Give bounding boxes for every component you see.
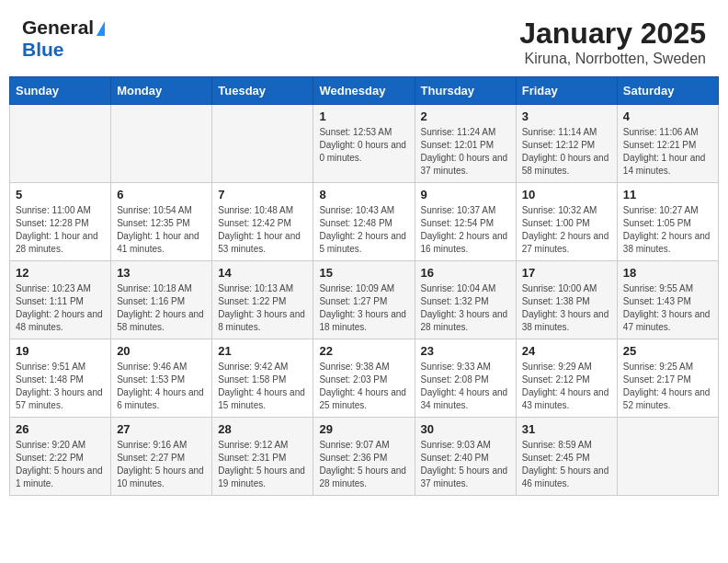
day-cell: 22Sunrise: 9:38 AM Sunset: 2:03 PM Dayli… <box>313 339 415 418</box>
day-number: 3 <box>522 109 611 123</box>
day-cell: 25Sunrise: 9:25 AM Sunset: 2:17 PM Dayli… <box>617 339 718 418</box>
day-cell: 30Sunrise: 9:03 AM Sunset: 2:40 PM Dayli… <box>415 418 516 496</box>
day-cell: 4Sunrise: 11:06 AM Sunset: 12:21 PM Dayl… <box>617 105 718 183</box>
week-row-1: 1Sunset: 12:53 AM Daylight: 0 hours and … <box>10 105 719 183</box>
day-cell: 28Sunrise: 9:12 AM Sunset: 2:31 PM Dayli… <box>212 418 313 496</box>
day-number: 9 <box>421 188 510 201</box>
day-number: 4 <box>623 109 712 123</box>
day-info: Sunrise: 10:09 AM Sunset: 1:27 PM Daylig… <box>319 282 408 334</box>
day-info: Sunrise: 11:24 AM Sunset: 12:01 PM Dayli… <box>421 126 510 178</box>
week-row-3: 12Sunrise: 10:23 AM Sunset: 1:11 PM Dayl… <box>10 261 719 339</box>
day-number: 16 <box>421 266 510 280</box>
day-cell: 18Sunrise: 9:55 AM Sunset: 1:43 PM Dayli… <box>617 261 718 339</box>
day-number: 18 <box>623 266 712 280</box>
day-cell: 27Sunrise: 9:16 AM Sunset: 2:27 PM Dayli… <box>111 418 212 496</box>
day-cell <box>111 105 212 183</box>
day-info: Sunrise: 10:23 AM Sunset: 1:11 PM Daylig… <box>16 282 105 334</box>
day-cell: 20Sunrise: 9:46 AM Sunset: 1:53 PM Dayli… <box>111 339 212 418</box>
calendar-wrapper: SundayMondayTuesdayWednesdayThursdayFrid… <box>0 76 728 505</box>
day-number: 2 <box>421 109 510 123</box>
day-number: 5 <box>16 188 105 201</box>
day-number: 26 <box>16 422 105 436</box>
day-number: 10 <box>522 188 611 201</box>
day-info: Sunrise: 10:48 AM Sunset: 12:42 PM Dayli… <box>218 204 307 256</box>
weekday-friday: Friday <box>516 77 617 105</box>
day-number: 28 <box>218 422 307 436</box>
day-number: 24 <box>522 344 611 358</box>
weekday-monday: Monday <box>111 77 212 105</box>
day-cell: 21Sunrise: 9:42 AM Sunset: 1:58 PM Dayli… <box>212 339 313 418</box>
day-info: Sunrise: 10:54 AM Sunset: 12:35 PM Dayli… <box>117 204 206 256</box>
logo-line2: Blue <box>22 39 105 61</box>
day-info: Sunrise: 9:29 AM Sunset: 2:12 PM Dayligh… <box>522 361 611 412</box>
day-number: 1 <box>319 109 408 123</box>
day-number: 25 <box>623 344 712 358</box>
weekday-wednesday: Wednesday <box>313 77 415 105</box>
weekday-tuesday: Tuesday <box>212 77 313 105</box>
day-cell <box>212 105 313 183</box>
day-number: 20 <box>117 344 206 358</box>
weekday-sunday: Sunday <box>10 77 111 105</box>
day-info: Sunrise: 9:38 AM Sunset: 2:03 PM Dayligh… <box>319 361 408 412</box>
day-cell: 19Sunrise: 9:51 AM Sunset: 1:48 PM Dayli… <box>10 339 111 418</box>
day-info: Sunrise: 10:13 AM Sunset: 1:22 PM Daylig… <box>218 282 307 334</box>
main-title: January 2025 <box>519 17 706 51</box>
day-number: 31 <box>522 422 611 436</box>
day-info: Sunrise: 10:37 AM Sunset: 12:54 PM Dayli… <box>421 204 510 256</box>
day-info: Sunrise: 11:06 AM Sunset: 12:21 PM Dayli… <box>623 126 712 178</box>
day-info: Sunrise: 9:46 AM Sunset: 1:53 PM Dayligh… <box>117 361 206 412</box>
day-info: Sunrise: 9:33 AM Sunset: 2:08 PM Dayligh… <box>421 361 510 412</box>
day-number: 19 <box>16 344 105 358</box>
day-cell: 17Sunrise: 10:00 AM Sunset: 1:38 PM Dayl… <box>516 261 617 339</box>
day-number: 30 <box>421 422 510 436</box>
day-cell: 29Sunrise: 9:07 AM Sunset: 2:36 PM Dayli… <box>313 418 415 496</box>
day-cell: 7Sunrise: 10:48 AM Sunset: 12:42 PM Dayl… <box>212 183 313 261</box>
page-header: General Blue January 2025 Kiruna, Norrbo… <box>0 0 728 76</box>
day-number: 29 <box>319 422 408 436</box>
day-cell: 12Sunrise: 10:23 AM Sunset: 1:11 PM Dayl… <box>10 261 111 339</box>
title-block: January 2025 Kiruna, Norrbotten, Sweden <box>519 17 706 67</box>
day-info: Sunrise: 10:43 AM Sunset: 12:48 PM Dayli… <box>319 204 408 256</box>
day-info: Sunrise: 11:00 AM Sunset: 12:28 PM Dayli… <box>16 204 105 256</box>
day-number: 8 <box>319 188 408 201</box>
day-number: 6 <box>117 188 206 201</box>
logo: General Blue <box>22 17 105 61</box>
day-number: 12 <box>16 266 105 280</box>
weekday-header-row: SundayMondayTuesdayWednesdayThursdayFrid… <box>10 77 719 105</box>
day-cell: 16Sunrise: 10:04 AM Sunset: 1:32 PM Dayl… <box>415 261 516 339</box>
day-number: 27 <box>117 422 206 436</box>
logo-line1: General <box>22 17 105 39</box>
day-cell: 24Sunrise: 9:29 AM Sunset: 2:12 PM Dayli… <box>516 339 617 418</box>
week-row-2: 5Sunrise: 11:00 AM Sunset: 12:28 PM Dayl… <box>10 183 719 261</box>
day-cell: 14Sunrise: 10:13 AM Sunset: 1:22 PM Dayl… <box>212 261 313 339</box>
week-row-5: 26Sunrise: 9:20 AM Sunset: 2:22 PM Dayli… <box>10 418 719 496</box>
day-info: Sunrise: 9:42 AM Sunset: 1:58 PM Dayligh… <box>218 361 307 412</box>
day-cell: 11Sunrise: 10:27 AM Sunset: 1:05 PM Dayl… <box>617 183 718 261</box>
day-cell: 3Sunrise: 11:14 AM Sunset: 12:12 PM Dayl… <box>516 105 617 183</box>
day-info: Sunrise: 9:16 AM Sunset: 2:27 PM Dayligh… <box>117 439 206 490</box>
day-info: Sunrise: 9:12 AM Sunset: 2:31 PM Dayligh… <box>218 439 307 490</box>
subtitle: Kiruna, Norrbotten, Sweden <box>519 51 706 67</box>
day-cell: 10Sunrise: 10:32 AM Sunset: 1:00 PM Dayl… <box>516 183 617 261</box>
day-number: 21 <box>218 344 307 358</box>
calendar-header: SundayMondayTuesdayWednesdayThursdayFrid… <box>10 77 719 105</box>
weekday-thursday: Thursday <box>415 77 516 105</box>
day-info: Sunrise: 10:00 AM Sunset: 1:38 PM Daylig… <box>522 282 611 334</box>
day-number: 13 <box>117 266 206 280</box>
day-cell <box>617 418 718 496</box>
day-cell: 23Sunrise: 9:33 AM Sunset: 2:08 PM Dayli… <box>415 339 516 418</box>
day-info: Sunrise: 10:18 AM Sunset: 1:16 PM Daylig… <box>117 282 206 334</box>
day-cell: 15Sunrise: 10:09 AM Sunset: 1:27 PM Dayl… <box>313 261 415 339</box>
day-info: Sunrise: 9:25 AM Sunset: 2:17 PM Dayligh… <box>623 361 712 412</box>
calendar-table: SundayMondayTuesdayWednesdayThursdayFrid… <box>9 76 719 496</box>
day-info: Sunset: 12:53 AM Daylight: 0 hours and 0… <box>319 126 408 165</box>
day-number: 23 <box>421 344 510 358</box>
day-number: 15 <box>319 266 408 280</box>
day-info: Sunrise: 9:51 AM Sunset: 1:48 PM Dayligh… <box>16 361 105 412</box>
day-info: Sunrise: 9:03 AM Sunset: 2:40 PM Dayligh… <box>421 439 510 490</box>
calendar-body: 1Sunset: 12:53 AM Daylight: 0 hours and … <box>10 105 719 496</box>
day-info: Sunrise: 11:14 AM Sunset: 12:12 PM Dayli… <box>522 126 611 178</box>
day-info: Sunrise: 10:04 AM Sunset: 1:32 PM Daylig… <box>421 282 510 334</box>
day-cell: 26Sunrise: 9:20 AM Sunset: 2:22 PM Dayli… <box>10 418 111 496</box>
day-cell: 9Sunrise: 10:37 AM Sunset: 12:54 PM Dayl… <box>415 183 516 261</box>
